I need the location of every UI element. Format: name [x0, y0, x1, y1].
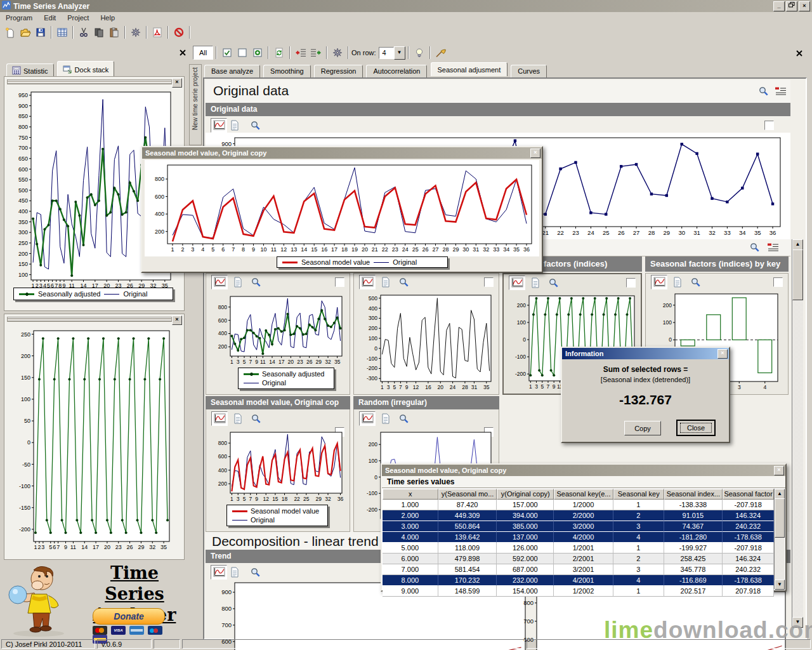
close-button[interactable]: ×: [799, 1, 810, 11]
refresh-icon[interactable]: [272, 46, 287, 60]
open-file-icon[interactable]: [18, 25, 33, 39]
save-icon[interactable]: [33, 25, 48, 39]
table-cell[interactable]: 170.232: [438, 575, 497, 586]
table-cell[interactable]: 2.000: [383, 510, 438, 521]
tab-autocorrelation[interactable]: Autocorrelation: [366, 65, 427, 77]
panel-checkbox[interactable]: [773, 277, 783, 287]
magnifier-icon[interactable]: [396, 412, 411, 425]
table-cell[interactable]: 2/2001: [554, 554, 613, 564]
table-cell[interactable]: -207.918: [723, 543, 774, 554]
information-dialog[interactable]: Information × Sum of selected rows = [Se…: [561, 347, 730, 443]
pdf-export-icon[interactable]: [150, 25, 165, 39]
series-list-icon[interactable]: [767, 242, 779, 253]
table-cell[interactable]: 1: [613, 543, 664, 554]
table-cell[interactable]: 9.000: [383, 586, 438, 597]
table-cell[interactable]: -207.918: [723, 500, 774, 510]
close-window-icon[interactable]: ×: [530, 149, 540, 158]
tab-curves[interactable]: Curves: [511, 65, 547, 77]
table-cell[interactable]: 6.000: [383, 554, 438, 564]
table-cell[interactable]: 581.454: [438, 564, 497, 575]
table-cell[interactable]: 449.309: [438, 510, 497, 521]
data-view-icon[interactable]: [378, 412, 393, 425]
copy-icon[interactable]: [91, 25, 107, 39]
broom-icon[interactable]: [433, 46, 449, 60]
table-cell[interactable]: 4/2001: [554, 575, 613, 586]
table-cell[interactable]: -116.869: [664, 575, 723, 586]
magnifier-icon[interactable]: [248, 412, 263, 425]
table-cell[interactable]: 258.425: [664, 554, 723, 564]
table-cell[interactable]: 1.000: [383, 500, 438, 510]
table-cell[interactable]: -181.280: [664, 532, 723, 543]
data-view-icon[interactable]: [227, 119, 242, 132]
table-row[interactable]: 9.000148.599154.0001/20021202.517207.918: [383, 586, 774, 597]
all-button[interactable]: All: [193, 46, 213, 60]
table-row[interactable]: 1.00087.420157.0001/20001-138.338-207.91…: [383, 500, 774, 510]
table-cell[interactable]: 202.517: [664, 586, 723, 597]
time-series-table[interactable]: xy(Seasonal mo...y(Original copy)Seasona…: [383, 489, 774, 597]
panel-checkbox[interactable]: [484, 277, 494, 287]
table-cell[interactable]: 592.000: [497, 554, 554, 564]
data-view-icon[interactable]: [528, 276, 543, 289]
magnifier-icon[interactable]: [688, 275, 703, 289]
lightbulb-icon[interactable]: [412, 46, 427, 60]
table-cell[interactable]: 148.599: [438, 586, 497, 597]
table-row[interactable]: 7.000581.454687.0003/20013345.778240.232: [383, 564, 774, 575]
table-cell[interactable]: 207.918: [723, 586, 774, 597]
table-cell[interactable]: 4: [613, 575, 664, 586]
data-view-icon[interactable]: [230, 275, 246, 289]
check-all-icon[interactable]: [219, 46, 235, 60]
table-cell[interactable]: 2: [613, 510, 664, 521]
magnifier-icon[interactable]: [546, 276, 561, 289]
column-header[interactable]: Seasonal key: [613, 489, 664, 500]
magnifier-icon[interactable]: [396, 275, 411, 289]
minimize-button[interactable]: _: [773, 1, 785, 11]
table-cell[interactable]: -178.638: [723, 575, 774, 586]
donate-button[interactable]: Donate: [93, 608, 165, 625]
table-cell[interactable]: 146.324: [723, 554, 774, 564]
table-cell[interactable]: -199.927: [664, 543, 723, 554]
column-header[interactable]: Seasonal index...: [664, 489, 723, 500]
scrollbar-thumb[interactable]: [775, 498, 785, 538]
scrollbar-thumb[interactable]: [792, 249, 803, 300]
chart-view-icon[interactable]: [509, 275, 525, 290]
table-cell[interactable]: 4.000: [383, 532, 438, 543]
table-cell[interactable]: 1: [613, 500, 664, 510]
vertical-scrollbar[interactable]: ▲ ▼: [792, 239, 803, 628]
table-cell[interactable]: 154.000: [497, 586, 554, 597]
table-cell[interactable]: -178.638: [723, 532, 774, 543]
table-cell[interactable]: 118.009: [438, 543, 497, 554]
table-cell[interactable]: 3: [613, 521, 664, 532]
table-scrollbar[interactable]: ▲ ▼: [774, 489, 785, 589]
check-add-icon[interactable]: [250, 46, 265, 60]
table-view-icon[interactable]: [55, 25, 70, 39]
table-cell[interactable]: 4: [613, 532, 664, 543]
close-tabs-icon[interactable]: [792, 46, 807, 60]
table-cell[interactable]: 3: [613, 564, 664, 575]
chart-view-icon[interactable]: [359, 411, 376, 426]
table-cell[interactable]: 2: [613, 554, 664, 564]
close-window-icon[interactable]: ×: [774, 466, 784, 475]
chart-view-icon[interactable]: [211, 118, 227, 133]
zoom-section-icon[interactable]: [758, 86, 769, 98]
dialog-title-bar[interactable]: Information ×: [562, 348, 729, 359]
time-series-values-window[interactable]: Seasonal model value, Original copy × Ti…: [381, 463, 787, 592]
table-cell[interactable]: 87.420: [438, 500, 497, 510]
options-gear-icon[interactable]: [330, 46, 345, 60]
table-cell[interactable]: 146.324: [723, 510, 774, 521]
dock-grabber[interactable]: [7, 79, 172, 84]
stop-icon[interactable]: [171, 25, 187, 39]
table-cell[interactable]: 2/2000: [554, 510, 613, 521]
scroll-up-icon[interactable]: ▲: [775, 489, 785, 499]
seasonal-model-window[interactable]: Seasonal model value, Original copy × 20…: [141, 146, 543, 273]
table-cell[interactable]: 240.232: [723, 564, 774, 575]
window-title-bar[interactable]: Seasonal model value, Original copy ×: [142, 147, 542, 159]
on-row-select[interactable]: 4: [379, 47, 394, 59]
column-header[interactable]: y(Original copy): [497, 489, 554, 500]
table-cell[interactable]: 345.778: [664, 564, 723, 575]
dock-close-icon[interactable]: ×: [172, 78, 182, 88]
tab-dock-stack[interactable]: Dock stack: [57, 61, 115, 77]
close-dialog-icon[interactable]: ×: [717, 349, 728, 359]
tab-smoothing[interactable]: Smoothing: [263, 65, 311, 77]
chart-view-icon[interactable]: [211, 411, 228, 426]
vertical-tab-new-project[interactable]: New time serie project: [189, 64, 202, 145]
